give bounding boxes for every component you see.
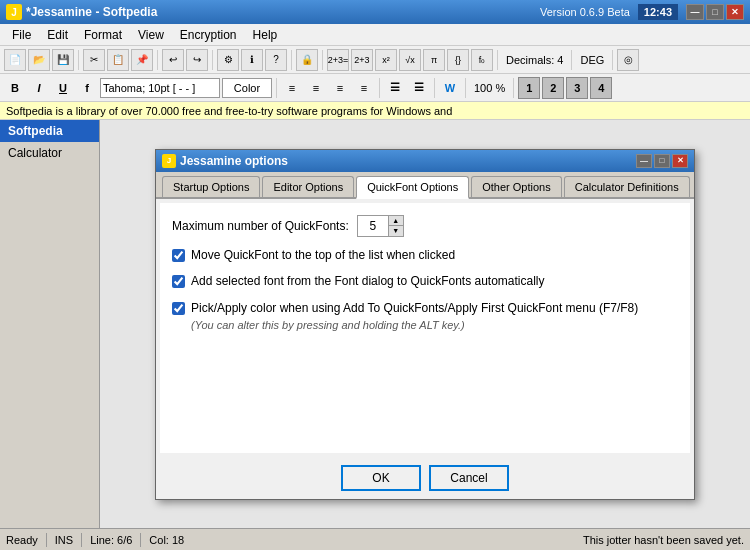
paste-button[interactable]: 📌 [131, 49, 153, 71]
help-button[interactable]: ? [265, 49, 287, 71]
page-btn-2[interactable]: 2 [542, 77, 564, 99]
status-sep-3 [140, 533, 141, 547]
app-icon: J [6, 4, 22, 20]
status-message: This jotter hasn't been saved yet. [583, 534, 744, 546]
menu-help[interactable]: Help [245, 26, 286, 44]
menu-edit[interactable]: Edit [39, 26, 76, 44]
italic-button[interactable]: I [28, 77, 50, 99]
copy-button[interactable]: 📋 [107, 49, 129, 71]
font-selector[interactable] [100, 78, 220, 98]
checkbox-label-1: Move QuickFont to the top of the list wh… [191, 247, 455, 264]
toolbar-sep-8 [612, 50, 613, 70]
tab-startup-options[interactable]: Startup Options [162, 176, 260, 197]
color-button[interactable]: Color [222, 78, 272, 98]
calc-btn-5[interactable]: π [423, 49, 445, 71]
dialog-close-button[interactable]: ✕ [672, 154, 688, 168]
checkbox-add-font[interactable] [172, 275, 185, 288]
extra-btn[interactable]: ◎ [617, 49, 639, 71]
title-bar: J *Jessamine - Softpedia Version 0.6.9 B… [0, 0, 750, 24]
new-button[interactable]: 📄 [4, 49, 26, 71]
calc-btn-2[interactable]: 2+3 [351, 49, 373, 71]
spinner-buttons: ▲ ▼ [388, 216, 403, 236]
undo-button[interactable]: ↩ [162, 49, 184, 71]
sidebar-item-calculator[interactable]: Calculator [0, 142, 99, 164]
deg-label: DEG [576, 54, 608, 66]
calc-btn-1[interactable]: 2+3= [327, 49, 349, 71]
checkbox-label-2: Add selected font from the Font dialog t… [191, 273, 545, 290]
align-center-button[interactable]: ≡ [305, 77, 327, 99]
sidebar-header: Softpedia [0, 120, 99, 142]
title-bar-controls: — □ ✕ [686, 4, 744, 20]
status-ins: INS [55, 534, 73, 546]
list-button[interactable]: ☰ [384, 77, 406, 99]
dialog-title: Jessamine options [180, 154, 288, 168]
spinner-up-button[interactable]: ▲ [389, 216, 403, 226]
fmt-sep-2 [379, 78, 380, 98]
dialog-title-left: J Jessamine options [162, 154, 288, 168]
cancel-button[interactable]: Cancel [429, 465, 509, 491]
settings-button[interactable]: ⚙ [217, 49, 239, 71]
tab-bar: Startup Options Editor Options QuickFont… [156, 172, 694, 199]
status-line: Line: 6/6 [90, 534, 132, 546]
format-toolbar: B I U f Color ≡ ≡ ≡ ≡ ☰ ☰ W 100 % 1 2 3 … [0, 74, 750, 102]
checkbox-move-quickfont[interactable] [172, 249, 185, 262]
page-btn-1[interactable]: 1 [518, 77, 540, 99]
page-btn-3[interactable]: 3 [566, 77, 588, 99]
align-justify-button[interactable]: ≡ [353, 77, 375, 99]
dialog-maximize-button[interactable]: □ [654, 154, 670, 168]
menu-file[interactable]: File [4, 26, 39, 44]
open-button[interactable]: 📂 [28, 49, 50, 71]
checkbox-note-3: (You can alter this by pressing and hold… [191, 319, 638, 331]
dialog-minimize-button[interactable]: — [636, 154, 652, 168]
maximize-button[interactable]: □ [706, 4, 724, 20]
menu-format[interactable]: Format [76, 26, 130, 44]
page-btn-4[interactable]: 4 [590, 77, 612, 99]
ok-button[interactable]: OK [341, 465, 421, 491]
info-text: Softpedia is a library of over 70.000 fr… [6, 105, 452, 117]
menu-view[interactable]: View [130, 26, 172, 44]
toolbar-sep-3 [212, 50, 213, 70]
status-ready: Ready [6, 534, 38, 546]
dialog-content: Maximum number of QuickFonts: ▲ ▼ [160, 203, 690, 453]
align-left-button[interactable]: ≡ [281, 77, 303, 99]
checkbox-label-3-container: Pick/Apply color when using Add To Quick… [191, 300, 638, 331]
tab-editor-options[interactable]: Editor Options [262, 176, 354, 197]
numlist-button[interactable]: ☰ [408, 77, 430, 99]
redo-button[interactable]: ↪ [186, 49, 208, 71]
calc-btn-6[interactable]: {} [447, 49, 469, 71]
checkbox-row-2: Add selected font from the Font dialog t… [172, 273, 678, 290]
dialog-footer: OK Cancel [156, 457, 694, 499]
underline-button[interactable]: U [52, 77, 74, 99]
align-right-button[interactable]: ≡ [329, 77, 351, 99]
quickfonts-input[interactable] [358, 216, 388, 236]
fmt-sep-5 [513, 78, 514, 98]
title-bar-right: Version 0.6.9 Beta 12:43 — □ ✕ [540, 4, 744, 20]
calc-btn-4[interactable]: √x [399, 49, 421, 71]
bold-button[interactable]: B [4, 77, 26, 99]
formula-button[interactable]: f [76, 77, 98, 99]
minimize-button[interactable]: — [686, 4, 704, 20]
menu-encryption[interactable]: Encryption [172, 26, 245, 44]
tab-calculator-definitions[interactable]: Calculator Definitions [564, 176, 690, 197]
menu-bar: File Edit Format View Encryption Help [0, 24, 750, 46]
cut-button[interactable]: ✂ [83, 49, 105, 71]
checkbox-pick-color[interactable] [172, 302, 185, 315]
save-button[interactable]: 💾 [52, 49, 74, 71]
zoom-display: 100 % [470, 82, 509, 94]
close-button[interactable]: ✕ [726, 4, 744, 20]
spinner-down-button[interactable]: ▼ [389, 226, 403, 236]
word-wrap-button[interactable]: W [439, 77, 461, 99]
window-title: *Jessamine - Softpedia [26, 5, 157, 19]
calc-btn-3[interactable]: x² [375, 49, 397, 71]
modal-overlay: J Jessamine options — □ ✕ Startup Option… [100, 120, 750, 528]
lock-button[interactable]: 🔒 [296, 49, 318, 71]
status-col: Col: 18 [149, 534, 184, 546]
tab-quickfont-options[interactable]: QuickFont Options [356, 176, 469, 199]
version-text: Version 0.6.9 Beta [540, 6, 630, 18]
calc-btn-7[interactable]: f₀ [471, 49, 493, 71]
info-button[interactable]: ℹ [241, 49, 263, 71]
content-area: Softpedia Calculator J Jessamine options… [0, 120, 750, 528]
max-quickfonts-label: Maximum number of QuickFonts: [172, 219, 349, 233]
toolbar-sep-5 [322, 50, 323, 70]
tab-other-options[interactable]: Other Options [471, 176, 561, 197]
